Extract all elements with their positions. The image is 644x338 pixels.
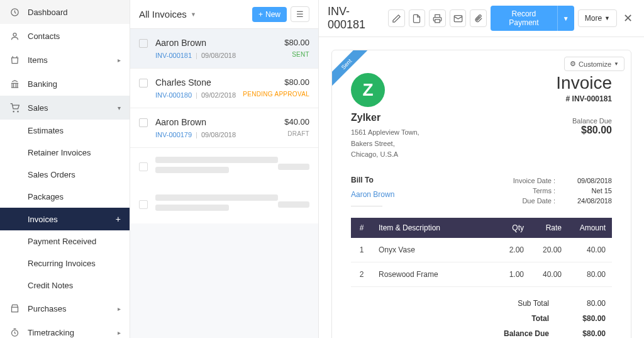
row-checkbox[interactable] <box>139 79 148 87</box>
svg-point-1 <box>13 33 16 36</box>
col-number: # <box>351 218 372 238</box>
sidebar-label: Contacts <box>28 31 60 41</box>
invoice-heading-block: Invoice # INV-000181 Balance Due $80.00 <box>556 73 612 161</box>
line-number: 2 <box>351 262 372 286</box>
bill-to-label: Bill To <box>351 176 394 184</box>
row-customer-name: Aaron Brown <box>155 38 284 48</box>
pdf-button[interactable] <box>409 9 426 27</box>
sidebar-item-sales[interactable]: Sales ▾ <box>0 96 130 120</box>
new-button-label: New <box>265 10 280 19</box>
record-payment-dropdown[interactable]: ▼ <box>557 6 574 31</box>
sidebar-sub-invoices[interactable]: Invoices + <box>0 208 130 230</box>
print-button[interactable] <box>429 9 446 27</box>
sidebar-label: Dashboard <box>28 8 68 17</box>
col-rate: Rate <box>530 218 568 238</box>
ribbon-label: Sent <box>332 50 370 87</box>
col-amount: Amount <box>568 218 612 238</box>
row-checkbox[interactable] <box>139 118 148 127</box>
close-button[interactable]: ✕ <box>621 11 635 25</box>
bill-to-block: Bill To Aaron Brown <box>351 176 394 206</box>
more-button[interactable]: More ▼ <box>578 9 617 27</box>
row-date: 09/08/2018 <box>201 52 236 59</box>
customize-button[interactable]: ⚙ Customize ▼ <box>564 57 625 71</box>
row-invoice-number: INV-000179 <box>155 131 192 138</box>
balance-due-value: $80.00 <box>568 329 606 338</box>
more-label: More <box>585 14 602 23</box>
line-item-row: 2Rosewood Frame1.0040.0080.00 <box>351 262 612 286</box>
sidebar-sub-credit[interactable]: Credit Notes <box>0 274 130 296</box>
line-qty: 2.00 <box>499 238 530 262</box>
invoice-row[interactable]: Charles StoneINV-000180|09/02/2018$80.00… <box>130 69 318 108</box>
sidebar-sub-payment[interactable]: Payment Received <box>0 230 130 252</box>
sidebar-item-contacts[interactable]: Contacts <box>0 24 130 48</box>
sidebar-label: Invoices <box>28 215 58 224</box>
sidebar-item-dashboard[interactable]: Dashboard <box>0 0 130 24</box>
line-qty: 1.00 <box>499 262 530 286</box>
list-filter-dropdown[interactable]: All Invoices ▼ <box>139 9 196 20</box>
line-items-table: # Item & Description Qty Rate Amount 1On… <box>351 218 612 287</box>
sidebar-item-purchases[interactable]: Purchases ▸ <box>0 296 130 320</box>
bill-to-customer-link[interactable]: Aaron Brown <box>351 190 394 199</box>
list-view-button[interactable]: ☰ <box>291 6 309 22</box>
placeholder-row <box>130 148 318 186</box>
subtotal-label: Sub Total <box>518 299 549 308</box>
invoice-row[interactable]: Aaron BrownINV-000181|09/08/2018$80.00SE… <box>130 29 318 69</box>
line-amount: 80.00 <box>568 262 612 286</box>
company-address: 1561 Appleview Town, Bakers Street, Chic… <box>351 127 419 161</box>
row-date: 09/02/2018 <box>201 91 236 99</box>
placeholder-row <box>130 186 318 223</box>
line-rate: 20.00 <box>530 238 568 262</box>
list-title-label: All Invoices <box>139 9 187 20</box>
row-date: 09/08/2018 <box>201 131 236 138</box>
row-customer-name: Aaron Brown <box>155 117 284 127</box>
balance-due-label: Balance Due <box>556 117 612 125</box>
sidebar-item-banking[interactable]: Banking <box>0 72 130 96</box>
list-icon: ☰ <box>296 9 304 19</box>
caret-down-icon: ▼ <box>614 61 619 67</box>
banking-icon <box>9 78 20 89</box>
plus-icon[interactable]: + <box>116 214 121 224</box>
sidebar-sub-packages[interactable]: Packages <box>0 186 130 208</box>
plus-icon: + <box>258 10 263 19</box>
gear-icon: ⚙ <box>570 60 576 68</box>
due-date-label: Due Date : <box>522 197 555 205</box>
record-payment-group: Record Payment ▼ <box>491 6 574 31</box>
sidebar-label: Timetracking <box>28 328 74 337</box>
sidebar-sub-recurring[interactable]: Recurring Invoices <box>0 252 130 274</box>
contacts-icon <box>9 30 20 42</box>
line-rate: 40.00 <box>530 262 568 286</box>
balance-due-label: Balance Due <box>504 329 549 338</box>
invoice-list-panel: All Invoices ▼ + New ☰ Aaron BrownINV-00… <box>130 0 319 338</box>
sidebar-sub-retainer[interactable]: Retainer Invoices <box>0 142 130 164</box>
detail-body: Sent ⚙ Customize ▼ Z Zylker 1561 Applevi… <box>319 37 644 338</box>
chevron-right-icon: ▸ <box>118 329 121 336</box>
company-name: Zylker <box>351 112 419 123</box>
sales-icon <box>9 102 20 113</box>
line-description: Onyx Vase <box>372 238 499 262</box>
email-button[interactable] <box>450 9 467 27</box>
invoice-date-label: Invoice Date : <box>513 177 555 184</box>
line-description: Rosewood Frame <box>372 262 499 286</box>
invoice-row[interactable]: Aaron BrownINV-000179|09/08/2018$40.00DR… <box>130 108 318 148</box>
row-checkbox[interactable] <box>139 39 148 48</box>
record-payment-button[interactable]: Record Payment <box>491 6 557 31</box>
sidebar-sub-estimates[interactable]: Estimates <box>0 120 130 142</box>
attach-button[interactable] <box>470 9 487 27</box>
sidebar: Dashboard Contacts Items ▸ Banking Sales… <box>0 0 130 338</box>
invoice-detail-panel: INV-000181 Record Payment ▼ More ▼ ✕ Sen… <box>319 0 644 338</box>
total-label: Total <box>531 314 549 323</box>
row-status: PENDING APPROVAL <box>243 91 309 98</box>
col-description: Item & Description <box>372 218 499 238</box>
row-status: SENT <box>284 51 309 58</box>
sidebar-item-timetracking[interactable]: Timetracking ▸ <box>0 320 130 338</box>
invoice-card: Sent ⚙ Customize ▼ Z Zylker 1561 Applevi… <box>331 50 631 338</box>
edit-button[interactable] <box>388 9 405 27</box>
new-button[interactable]: + New <box>252 7 287 22</box>
balance-due-amount: $80.00 <box>556 125 612 136</box>
sidebar-sub-salesorders[interactable]: Sales Orders <box>0 164 130 186</box>
chevron-right-icon: ▸ <box>118 57 121 64</box>
sidebar-item-items[interactable]: Items ▸ <box>0 48 130 72</box>
status-ribbon: Sent <box>332 50 370 88</box>
totals-block: Sub Total 80.00 Total $80.00 Balance Due… <box>351 296 612 338</box>
invoice-number: # INV-000181 <box>556 94 612 103</box>
